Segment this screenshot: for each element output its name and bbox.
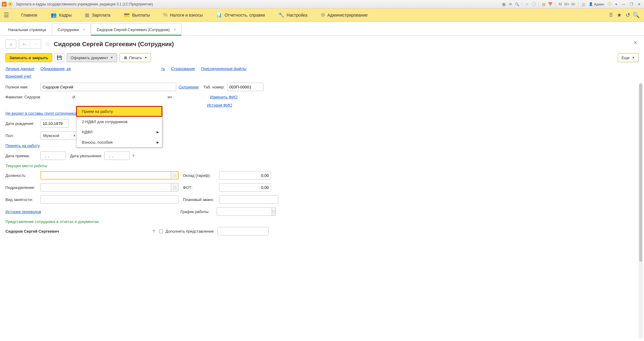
clock-icon[interactable]: ↺ <box>623 12 632 18</box>
fire-date-input[interactable] <box>104 151 130 160</box>
menu-main[interactable]: Главное <box>14 13 44 18</box>
menu-item-ndfl[interactable]: НДФЛ▶ <box>76 127 162 137</box>
maximize-button[interactable]: ❐ <box>628 2 634 7</box>
separator <box>578 2 579 7</box>
dropdown-icon[interactable]: ▾ <box>614 2 619 7</box>
open-ref-icon[interactable]: ⬚ <box>272 207 276 216</box>
scrollbar-thumb[interactable] <box>639 83 642 262</box>
menu-vyplaty[interactable]: 💳Выплаты <box>117 12 157 18</box>
burger-icon[interactable]: ☰ <box>4 11 9 19</box>
close-icon[interactable]: × <box>174 27 176 32</box>
m-icon[interactable]: М <box>558 2 563 7</box>
favorite-star[interactable]: ☆ <box>45 40 50 48</box>
tab-start[interactable]: Начальная страница <box>2 24 52 35</box>
advance-input[interactable] <box>219 195 278 204</box>
fullname-input[interactable] <box>40 83 176 91</box>
calc-icon[interactable]: ▤ <box>541 2 546 7</box>
dept-input[interactable]: ⬚ <box>40 183 179 192</box>
forward-button[interactable]: → <box>30 40 41 49</box>
dob-input[interactable] <box>40 119 69 128</box>
history-icon[interactable]: 🕓 <box>531 2 536 7</box>
back-button[interactable]: ← <box>19 40 30 49</box>
fullname-label: Полное имя: <box>5 85 38 89</box>
schedule-field[interactable] <box>217 207 272 216</box>
sex-select[interactable]: Мужской ▼ <box>40 131 79 140</box>
schedule-input[interactable]: ⬚ <box>217 207 276 216</box>
info-icon[interactable]: ⓘ <box>607 2 612 7</box>
menu-settings[interactable]: 🔧Настройка <box>272 12 314 18</box>
tb-icon-3[interactable]: 🔍 <box>515 2 519 7</box>
save-button[interactable]: 💾 <box>55 53 64 62</box>
minimize-button[interactable]: — <box>620 2 626 7</box>
apps-icon[interactable]: ⠿ <box>607 12 615 18</box>
representation-section-title: Представление сотрудника в отчетах и док… <box>5 219 639 224</box>
tabnum-input[interactable] <box>227 83 263 91</box>
menu-item-contrib[interactable]: Взносы, пособия▶ <box>76 137 162 147</box>
favorite-icon[interactable]: ☆ <box>524 2 529 7</box>
menu-otchet[interactable]: 📊Отчетность, справки <box>209 12 272 18</box>
more-button[interactable]: Еще▼ <box>618 53 639 62</box>
menu-label: Выплаты <box>132 13 150 18</box>
tb-icon-2[interactable]: ✉ <box>508 2 513 7</box>
link-edu-suffix[interactable]: ть <box>161 66 165 71</box>
calendar-icon[interactable]: 📅 <box>548 2 553 7</box>
patr-suffix: ич <box>167 95 172 99</box>
open-ref-icon[interactable]: ⬚ <box>171 171 179 180</box>
app-logo: 1c <box>2 2 7 7</box>
tab-label: Начальная страница <box>8 27 46 32</box>
tab-employee-card[interactable]: Сидоров Сергей Сергеевич (Сотрудник)× <box>91 24 182 35</box>
link-files[interactable]: Присоединенные файлы <box>201 66 247 71</box>
separator <box>538 2 539 7</box>
supplement-input[interactable] <box>217 227 269 235</box>
titlebar-dropdown[interactable]: ▾ <box>8 2 13 7</box>
page-close-button[interactable]: ✕ <box>633 40 637 46</box>
search-icon[interactable]: 🔍 <box>632 12 640 18</box>
open-ref-icon[interactable]: ⬚ <box>171 183 179 192</box>
link-personal[interactable]: Личные данные <box>5 66 34 71</box>
history-fio-link[interactable]: История ФИО <box>207 103 232 107</box>
tb-icon-1[interactable]: ▦ <box>501 2 506 7</box>
save-close-button[interactable]: Записать и закрыть <box>5 53 52 62</box>
dept-field[interactable] <box>40 183 171 192</box>
menu-zarplata[interactable]: ▦Зарплата <box>78 12 117 18</box>
position-field[interactable] <box>40 171 171 180</box>
help-icon[interactable]: ? <box>153 229 155 234</box>
salary-input[interactable] <box>219 171 271 180</box>
hire-link[interactable]: Принять на работу <box>5 143 40 148</box>
close-button[interactable]: ✕ <box>636 2 642 7</box>
menu-label: Зарплата <box>92 13 110 18</box>
link-education-partial[interactable]: Образование, кв <box>40 66 71 71</box>
menu-admin[interactable]: ⚙Администрирование <box>314 12 375 18</box>
hire-date-label: Дата приема: <box>5 154 38 158</box>
link-insurance[interactable]: Страхование <box>171 66 195 71</box>
position-input[interactable]: ⬚ <box>40 171 179 180</box>
emptype-input[interactable] <box>40 195 179 204</box>
declensions-link[interactable]: Склонения <box>179 85 199 89</box>
menu-kadry[interactable]: 👥Кадры <box>44 12 78 18</box>
user-badge[interactable]: 👤Админ <box>588 2 605 6</box>
menu-item-label: Взносы, пособия <box>82 140 113 145</box>
create-document-button[interactable]: Оформить документ▼ <box>67 53 117 62</box>
hire-date-input[interactable] <box>40 151 66 160</box>
close-icon[interactable]: × <box>83 27 85 32</box>
panel-icon[interactable]: ◫ <box>581 2 586 7</box>
fot-input[interactable] <box>219 183 271 192</box>
transfers-link[interactable]: История переводов <box>5 209 176 214</box>
vertical-scrollbar[interactable] <box>639 83 643 339</box>
tab-employees[interactable]: Сотрудники× <box>52 24 91 35</box>
m-minus-icon[interactable]: М- <box>571 2 576 7</box>
page-header: ⌂ ← → ☆ Сидоров Сергей Сергеевич (Сотруд… <box>5 39 639 49</box>
change-fio-link[interactable]: Изменить ФИО <box>210 95 238 99</box>
schedule-label: График работы: <box>180 209 214 214</box>
menu-item-2ndfl[interactable]: 2-НДФЛ для сотрудников <box>76 116 162 127</box>
help-icon[interactable]: ? <box>132 154 134 158</box>
print-button[interactable]: 🖶Печать▼ <box>120 53 151 62</box>
supplement-checkbox[interactable] <box>159 229 163 233</box>
m-plus-icon[interactable]: М+ <box>564 2 569 7</box>
home-button[interactable]: ⌂ <box>5 40 16 49</box>
link-military[interactable]: Воинский учет <box>5 74 32 78</box>
menu-item-hire[interactable]: Прием на работу <box>76 106 162 116</box>
menu-nalogi[interactable]: %Налоги и взносы <box>157 12 209 18</box>
name-prefix: И <box>72 95 75 99</box>
star-icon[interactable]: ★ <box>615 12 623 18</box>
